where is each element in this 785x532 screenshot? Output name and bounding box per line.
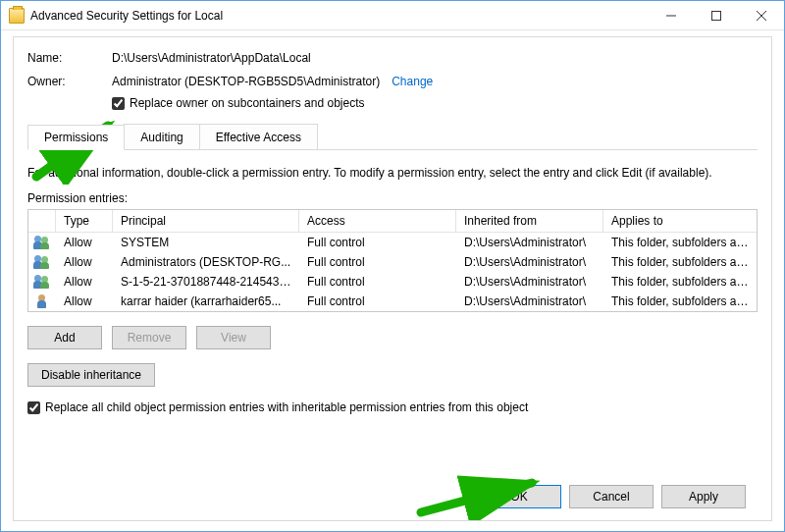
- cell-type: Allow: [56, 234, 113, 251]
- owner-label: Owner:: [27, 75, 112, 88]
- cell-applies: This folder, subfolders and files: [603, 293, 757, 310]
- col-inherited[interactable]: Inherited from: [456, 210, 603, 232]
- name-label: Name:: [27, 51, 112, 65]
- cell-inherited: D:\Users\Administrator\: [456, 234, 603, 251]
- add-button[interactable]: Add: [27, 326, 102, 349]
- cell-inherited: D:\Users\Administrator\: [456, 273, 603, 291]
- cell-inherited: D:\Users\Administrator\: [456, 293, 603, 310]
- replace-owner-checkbox[interactable]: [112, 97, 125, 110]
- col-principal[interactable]: Principal: [113, 210, 299, 232]
- name-value: D:\Users\Administrator\AppData\Local: [112, 51, 311, 65]
- ok-button[interactable]: OK: [477, 485, 561, 508]
- replace-child-label: Replace all child object permission entr…: [45, 400, 528, 414]
- change-owner-link[interactable]: Change: [392, 75, 433, 88]
- cell-type: Allow: [56, 273, 113, 291]
- info-text: For additional information, double-click…: [27, 166, 758, 180]
- cell-access: Full control: [299, 234, 456, 251]
- cell-principal: SYSTEM: [113, 234, 299, 251]
- close-button[interactable]: [739, 1, 784, 30]
- table-row[interactable]: Allowkarrar haider (karrarhaider65...Ful…: [28, 292, 757, 311]
- apply-button[interactable]: Apply: [661, 485, 746, 508]
- view-button[interactable]: View: [196, 326, 271, 349]
- col-applies[interactable]: Applies to: [603, 210, 757, 232]
- principal-icon: [28, 234, 56, 251]
- cancel-button[interactable]: Cancel: [569, 485, 654, 508]
- folder-icon: [9, 8, 25, 24]
- replace-owner-label: Replace owner on subcontainers and objec…: [130, 96, 364, 110]
- owner-value: Administrator (DESKTOP-RGB5SD5\Administr…: [112, 75, 380, 88]
- col-access[interactable]: Access: [299, 210, 456, 232]
- permissions-grid[interactable]: Type Principal Access Inherited from App…: [27, 209, 758, 312]
- cell-type: Allow: [56, 253, 113, 271]
- replace-child-checkbox[interactable]: [27, 401, 40, 414]
- cell-applies: This folder, subfolders and files: [603, 273, 757, 291]
- cell-applies: This folder, subfolders and files: [603, 253, 757, 271]
- table-row[interactable]: AllowSYSTEMFull controlD:\Users\Administ…: [28, 233, 757, 252]
- cell-access: Full control: [299, 253, 456, 271]
- cell-principal: S-1-5-21-3701887448-2145437...: [113, 273, 299, 291]
- minimize-button[interactable]: [649, 1, 694, 30]
- tab-auditing[interactable]: Auditing: [124, 124, 199, 149]
- svg-rect-0: [712, 11, 721, 20]
- tab-permissions[interactable]: Permissions: [27, 125, 125, 150]
- table-row[interactable]: AllowS-1-5-21-3701887448-2145437...Full …: [28, 272, 757, 292]
- tab-bar: Permissions Auditing Effective Access: [27, 124, 758, 150]
- dialog-panel: Name: D:\Users\Administrator\AppData\Loc…: [13, 36, 772, 521]
- maximize-button[interactable]: [694, 1, 739, 30]
- tab-effective-access[interactable]: Effective Access: [199, 124, 318, 149]
- table-row[interactable]: AllowAdministrators (DESKTOP-RG...Full c…: [28, 252, 757, 272]
- remove-button[interactable]: Remove: [112, 326, 186, 349]
- cell-principal: Administrators (DESKTOP-RG...: [113, 253, 299, 271]
- cell-principal: karrar haider (karrarhaider65...: [113, 293, 299, 310]
- entries-label: Permission entries:: [27, 191, 758, 205]
- cell-applies: This folder, subfolders and files: [603, 234, 757, 251]
- grid-header: Type Principal Access Inherited from App…: [28, 210, 757, 233]
- cell-inherited: D:\Users\Administrator\: [456, 253, 603, 271]
- cell-type: Allow: [56, 293, 113, 310]
- window-title: Advanced Security Settings for Local: [30, 9, 223, 23]
- window-frame: Advanced Security Settings for Local Nam…: [0, 0, 785, 532]
- principal-icon: [28, 293, 56, 310]
- cell-access: Full control: [299, 293, 456, 310]
- disable-inheritance-button[interactable]: Disable inheritance: [27, 363, 155, 387]
- principal-icon: [28, 273, 56, 291]
- cell-access: Full control: [299, 273, 456, 291]
- titlebar[interactable]: Advanced Security Settings for Local: [1, 1, 784, 30]
- principal-icon: [28, 253, 56, 271]
- col-type[interactable]: Type: [56, 210, 113, 232]
